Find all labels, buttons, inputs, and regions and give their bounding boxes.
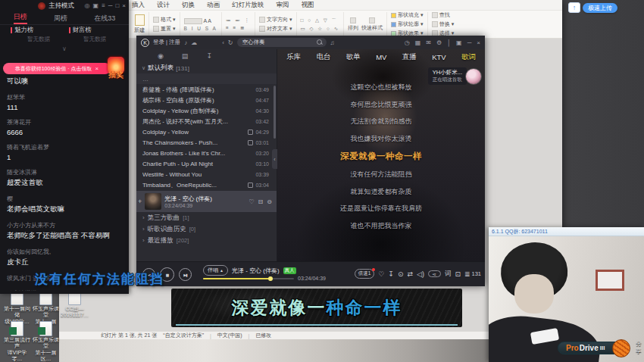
search-box[interactable] (237, 38, 327, 47)
shape-fill-button[interactable]: 形状填充▾ (391, 11, 424, 19)
close-icon[interactable]: × (122, 2, 126, 9)
add-icon[interactable]: + (138, 198, 142, 205)
playlist-row[interactable]: 杨宗纬 - 空白格 (原版伴奏) 04:47 (136, 95, 277, 105)
sidebar-section-thirdparty[interactable]: › 第三方歌曲 [1] (136, 212, 277, 223)
wps-tab-transition[interactable]: 切换 (182, 1, 195, 10)
playlist-scrollbar[interactable] (274, 86, 276, 139)
lottery-button[interactable]: 抽奖 (105, 57, 127, 80)
back-icon[interactable]: ‹ (222, 39, 224, 46)
paragraph-buttons-row1[interactable]: ≔ ≕ ⋮ (226, 17, 251, 23)
device-icon[interactable]: ▤ (182, 52, 189, 60)
wealth-rank-label[interactable]: 财富榜 (69, 26, 92, 35)
singer-search-icon[interactable]: ♫ (330, 39, 335, 46)
desktop-icon-doc1[interactable]: 第十一届问储 级VIP学… (3, 290, 31, 325)
close-icon[interactable]: × (477, 39, 480, 46)
sidebar-section-history[interactable]: › 听歌识曲历史 [0] (136, 223, 277, 235)
font-size-controls[interactable]: A A (184, 18, 217, 24)
playlist-row[interactable]: 周杰伦 - 说好不哭(with 五月天... 03:42 (136, 116, 277, 126)
tv-cast-icon[interactable]: ⊡ (455, 270, 461, 278)
playlist-row[interactable]: The Chainsmokers - Push... 03:01 (136, 137, 277, 148)
tab-weekly-rank[interactable]: 周榜 (54, 14, 67, 23)
new-slide-button[interactable]: 新建 (134, 14, 145, 34)
playlist-row[interactable]: Jonas Brothers - Like It's Chr... 03:20 (136, 148, 277, 158)
loop-icon[interactable]: ⇄ (407, 270, 413, 278)
nav-tab-lyrics[interactable]: 歌词 (461, 52, 476, 62)
find-button[interactable]: 查找 (432, 11, 455, 19)
gift-icon[interactable]: ◎ (85, 2, 90, 9)
cloud-icon[interactable]: ☁ (191, 39, 197, 46)
minimize-icon[interactable]: ─ (108, 2, 113, 9)
history-icon[interactable]: ◷ (405, 39, 410, 46)
wps-tab-animation[interactable]: 动画 (207, 1, 220, 10)
collapse-chevron-icon[interactable]: ∨ (0, 45, 129, 54)
music-note-icon[interactable]: ♪ (184, 39, 187, 46)
playlist-row[interactable]: 蔡健雅 - 停格 (降调版伴奏) 03:49 (136, 84, 277, 95)
desktop-icon-xls2[interactable]: 怀玉声乐课堂 第十一届区… (32, 321, 60, 362)
playlist-row[interactable]: Charlie Puth - Up All Night 03:10 (136, 158, 277, 169)
language-label[interactable]: 中文(中国) (217, 332, 242, 339)
delete-icon[interactable]: ⊟ (258, 198, 264, 205)
message-icon[interactable]: ✉ (426, 39, 431, 46)
speed-button[interactable]: 倍速1 (355, 269, 375, 279)
replace-button[interactable]: 替换▾ (432, 20, 455, 28)
tab-online-count[interactable]: 在线33 (94, 14, 115, 23)
sidebar-section-recent[interactable]: › 最近播放 [202] (136, 235, 277, 246)
now-playing-card[interactable]: + 光泽 - 空心 (伴奏) 03:24/04:39 ♡ ⊟ ⊖ (136, 191, 277, 212)
singer-bubble[interactable]: YH小虾米... 正在唱这首歌 (428, 67, 482, 85)
sidebar-collapse-handle[interactable]: ‹ (272, 149, 277, 169)
paragraph-buttons-row2[interactable]: ≡ ≡ ≣ (226, 25, 251, 31)
format-button[interactable]: 格式▾ (153, 16, 176, 23)
nav-tab-mv[interactable]: MV (376, 53, 386, 61)
align-text-button[interactable]: 对齐文本▾ (259, 25, 292, 33)
nav-tab-ktv[interactable]: KTV (432, 53, 445, 61)
reset-button[interactable]: 重置▾ (153, 25, 176, 33)
tab-daily-rank[interactable]: 日榜 (14, 12, 27, 24)
more-icon[interactable]: ⊖ (267, 198, 272, 205)
wps-tab-view[interactable]: 视图 (302, 1, 314, 10)
wps-tab-insert[interactable]: 插入 (132, 1, 145, 10)
shapes-gallery-row1[interactable]: □ ○ △ ▽ ⌒ (301, 17, 340, 24)
text-direction-button[interactable]: 文字方向▾ (259, 16, 292, 23)
share-label[interactable]: 分享 (636, 340, 644, 355)
heart-icon[interactable]: ♡ (378, 270, 384, 278)
quick-upload-button[interactable]: 极速上传 (583, 3, 617, 13)
menu-icon[interactable]: ≡ (102, 2, 105, 9)
app-logo-icon[interactable]: K (141, 39, 149, 47)
desktop-icon-xls1[interactable]: 第三届流行声 谭VIP学零… (3, 321, 31, 362)
maximize-icon[interactable]: □ (115, 2, 119, 9)
download-icon[interactable]: ↧ (206, 52, 212, 60)
refresh-icon[interactable]: ↻ (228, 39, 233, 46)
search-input[interactable] (241, 39, 314, 47)
nav-tab-radio[interactable]: 电台 (316, 52, 330, 62)
wps-tab-design[interactable]: 设计 (157, 1, 170, 10)
playlist-row[interactable]: Westlife - Without You 03:39 (136, 169, 277, 179)
playlist-row[interactable]: Coldplay - Yellow 04:29 (136, 126, 277, 137)
arrange-button[interactable]: 排列 (348, 17, 358, 32)
singer-avatar[interactable] (465, 68, 482, 85)
progress-bar[interactable] (203, 278, 294, 279)
wps-tab-slideshow[interactable]: 幻灯片放映 (232, 1, 264, 10)
playlist-row[interactable]: … (136, 73, 277, 84)
playlist-group-header[interactable]: ∨ 默认列表 [131] (136, 63, 277, 73)
current-song-label[interactable]: 光泽 - 空心 (伴奏) (232, 267, 280, 275)
apps-icon[interactable]: ▦ (415, 39, 421, 46)
next-button[interactable]: ▶▮ (179, 268, 192, 281)
banner-close-icon[interactable]: × (95, 65, 99, 72)
minimize-icon[interactable]: ─ (467, 39, 472, 46)
desktop-lyric-button[interactable]: 词 (445, 270, 452, 279)
download-icon[interactable]: ↧ (388, 270, 394, 278)
queue-button[interactable]: ≣ 131 (464, 270, 481, 278)
volume-icon[interactable]: ◁) (417, 270, 424, 278)
mini-player-icon[interactable]: ▣ (456, 39, 462, 46)
upload-icon[interactable]: ↑ (568, 2, 580, 13)
playlist-row[interactable]: Timbaland、OneRepublic... 03:04 (136, 179, 277, 190)
accompaniment-toggle[interactable]: 伴唱 ▲ (203, 265, 228, 276)
font-style-buttons[interactable]: B I U S A (184, 26, 217, 31)
reward-banner[interactable]: 恭喜你获得100经验值 · 点击领取 × (3, 63, 111, 74)
comment-icon[interactable]: ⊙ (398, 270, 404, 278)
nav-tab-live[interactable]: 直播 (402, 52, 417, 62)
wps-tab-review[interactable]: 审阅 (277, 1, 289, 10)
progress-knob[interactable] (268, 276, 273, 281)
effect-toggle[interactable]: •≡ (428, 270, 441, 277)
nav-tab-library[interactable]: 乐库 (286, 52, 301, 62)
